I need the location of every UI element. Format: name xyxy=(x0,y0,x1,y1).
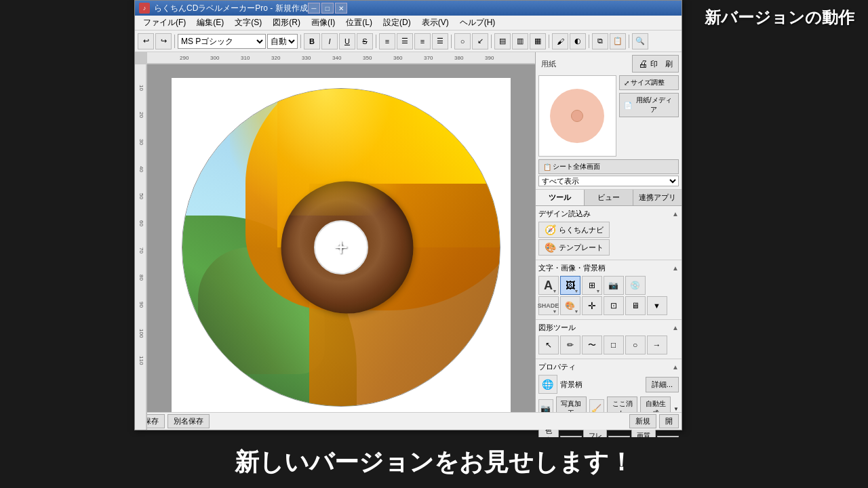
paste-button[interactable]: 📋 xyxy=(610,33,626,49)
redo-button[interactable]: ↪ xyxy=(155,33,172,49)
toolbar-separator-4 xyxy=(451,35,452,48)
fill-button[interactable]: ▥ xyxy=(512,33,528,49)
curve-tool-button[interactable]: 〜 xyxy=(582,336,602,354)
font-size-select[interactable]: 自動 8 10 12 xyxy=(267,34,298,49)
media-button[interactable]: 📄 用紙/メディア xyxy=(619,93,679,117)
shape-expand-icon[interactable]: ▲ xyxy=(672,324,679,331)
paint-button[interactable]: 🖌 xyxy=(552,33,568,49)
app-window: ♪ らくちんCDラベルメーカーPro - 新規作成 ─ □ ✕ ファイル(F) … xyxy=(134,0,682,430)
multi-image-button[interactable]: ⊞ ▼ xyxy=(582,276,602,295)
template-button[interactable]: 🎨 テンプレート xyxy=(538,239,610,256)
ellipse-tool-button[interactable]: ○ xyxy=(625,336,646,354)
menu-help[interactable]: ヘルプ(H) xyxy=(454,16,501,30)
svg-text:50: 50 xyxy=(138,193,144,199)
line-button[interactable]: ▦ xyxy=(530,33,546,49)
align-left-button[interactable]: ≡ xyxy=(379,33,395,49)
menu-text[interactable]: 文字(S) xyxy=(229,16,267,30)
paper-disc-hole xyxy=(571,110,583,122)
open-button[interactable]: 開 xyxy=(659,414,679,428)
print-button[interactable]: 🖨 印 刷 xyxy=(632,55,679,73)
toolbar-separator-7 xyxy=(589,35,589,48)
italic-button[interactable]: I xyxy=(321,33,338,49)
paper-preview xyxy=(538,75,617,157)
toolbar-separator-3 xyxy=(376,35,376,48)
photo-insert-button[interactable]: 📷 xyxy=(604,276,624,295)
undo-button[interactable]: ↩ xyxy=(138,33,154,49)
circle-tool-button[interactable]: ○ xyxy=(454,33,471,49)
cd-disc[interactable]: + xyxy=(182,88,500,407)
more-tools-button[interactable]: ▼ xyxy=(647,296,667,315)
pen-tool-button[interactable]: ✏ xyxy=(560,336,580,354)
svg-text:90: 90 xyxy=(138,302,144,308)
svg-text:330: 330 xyxy=(302,55,311,61)
curve-text-button[interactable]: ↙ xyxy=(472,33,488,49)
menu-file[interactable]: ファイル(F) xyxy=(138,16,191,30)
layout-tool-button[interactable]: ⊡ xyxy=(604,296,624,315)
text-image-expand-icon[interactable]: ▲ xyxy=(672,264,679,272)
sheet-view-button[interactable]: 📋 シート全体画面 xyxy=(538,159,679,174)
new-button[interactable]: 新規 xyxy=(629,414,656,428)
paper-section: 用紙 🖨 印 刷 xyxy=(536,52,682,190)
svg-text:310: 310 xyxy=(241,55,250,61)
toolbar: ↩ ↪ MS Pゴシック Arial 自動 8 10 12 B I U S ≡ … xyxy=(135,30,682,52)
auto-dropdown-arrow[interactable]: ▼ xyxy=(673,406,679,412)
cd-insert-button[interactable]: 💿 xyxy=(625,276,646,295)
display-dropdown[interactable]: すべて表示 xyxy=(538,176,679,186)
canvas-area[interactable]: + xyxy=(147,64,535,430)
rect-tool-button[interactable]: □ xyxy=(604,336,624,354)
svg-text:80: 80 xyxy=(138,274,144,281)
design-expand-icon[interactable]: ▲ xyxy=(672,210,679,218)
svg-text:350: 350 xyxy=(363,55,372,61)
svg-text:30: 30 xyxy=(138,139,144,145)
menu-shape[interactable]: 図形(R) xyxy=(267,16,306,30)
bold-button[interactable]: B xyxy=(304,33,320,49)
menu-position[interactable]: 位置(L) xyxy=(340,16,378,30)
shade-tool-button[interactable]: SHADE▼ xyxy=(538,296,559,315)
move-tool-button[interactable]: ✛ xyxy=(582,296,602,315)
copy-button[interactable]: ⧉ xyxy=(592,33,608,49)
font-name-select[interactable]: MS Pゴシック Arial xyxy=(178,34,266,49)
image-tool-button[interactable]: 🖼 ▼ xyxy=(560,276,580,295)
detail-button[interactable]: 詳細... xyxy=(646,377,679,392)
toolbar-separator-2 xyxy=(300,35,301,48)
maximize-button[interactable]: □ xyxy=(321,3,334,14)
menu-view[interactable]: 表示(V) xyxy=(416,16,454,30)
save-as-button[interactable]: 別名保存 xyxy=(167,414,210,428)
paper-disc-preview xyxy=(550,89,604,143)
border-button[interactable]: ▤ xyxy=(494,33,511,49)
close-button[interactable]: ✕ xyxy=(335,3,347,14)
fill2-button[interactable]: ◐ xyxy=(570,33,586,49)
left-panel: 290 300 310 320 330 340 350 360 370 380 … xyxy=(135,52,535,430)
svg-text:300: 300 xyxy=(210,55,220,61)
underline-button[interactable]: U xyxy=(339,33,355,49)
bottom-bar: 保存 別名保存 新規 開 xyxy=(135,412,682,430)
tab-view[interactable]: ビュー xyxy=(585,190,633,205)
svg-text:70: 70 xyxy=(138,247,144,253)
screen-tool-button[interactable]: 🖥 xyxy=(625,296,646,315)
arrow-tool-button[interactable]: → xyxy=(647,336,667,354)
cursor-crosshair: + xyxy=(328,234,355,261)
colored-image-button[interactable]: 🎨 ▼ xyxy=(560,296,580,315)
menu-edit[interactable]: 編集(E) xyxy=(191,16,229,30)
tab-tools[interactable]: ツール xyxy=(536,190,585,205)
text-image-section: 文字・画像・背景柄 ▲ A ▼ 🖼 ▼ ⊞ xyxy=(536,260,682,320)
svg-text:110: 110 xyxy=(138,356,144,365)
align-justify-button[interactable]: ☰ xyxy=(432,33,448,49)
menu-image[interactable]: 画像(I) xyxy=(306,16,340,30)
svg-text:380: 380 xyxy=(454,55,464,61)
rakuchin-navi-button[interactable]: 🧭 らくちんナビ xyxy=(538,222,610,238)
menu-settings[interactable]: 設定(D) xyxy=(378,16,416,30)
minimize-button[interactable]: ─ xyxy=(308,3,320,14)
size-adjust-button[interactable]: ⤢ サイズ調整 xyxy=(619,75,679,90)
zoom-button[interactable]: 🔍 xyxy=(632,33,648,49)
text-tool-button[interactable]: A ▼ xyxy=(538,276,559,295)
property-label: プロパティ xyxy=(538,362,576,372)
align-center-button[interactable]: ☰ xyxy=(397,33,413,49)
ruler-horizontal: 290 300 310 320 330 340 350 360 370 380 … xyxy=(147,52,535,64)
tab-connect[interactable]: 連携アプリ xyxy=(633,190,682,205)
design-section: デザイン読込み ▲ 🧭 らくちんナビ 🎨 テンプレート xyxy=(536,206,682,260)
select-tool-button[interactable]: ↖ xyxy=(538,336,559,354)
strikethrough-button[interactable]: S xyxy=(357,33,373,49)
align-right-button[interactable]: ≡ xyxy=(414,33,431,49)
property-expand-icon[interactable]: ▲ xyxy=(672,363,679,371)
